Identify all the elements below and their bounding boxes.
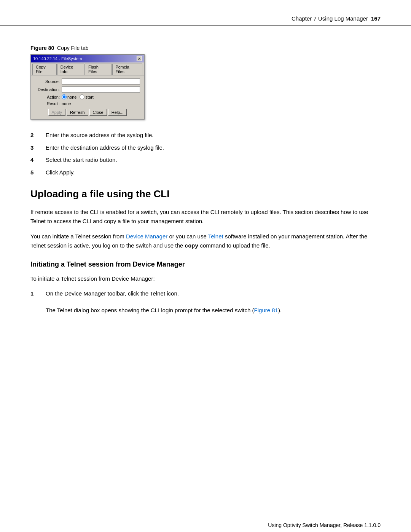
action-label: Action: <box>35 95 60 99</box>
button-row: Apply Refresh Close Help... <box>35 109 140 116</box>
step-5-number: 5 <box>30 168 46 177</box>
main-content: Figure 80 Copy File tab 10.140.22.14 - F… <box>0 26 411 343</box>
step-4-text: Select the start radio button. <box>46 156 381 165</box>
page-header: Chapter 7 Using Log Manager 167 <box>0 0 411 26</box>
subsection-intro: To initiate a Telnet session from Device… <box>30 274 381 283</box>
apply-button[interactable]: Apply <box>48 109 66 116</box>
close-button[interactable]: Close <box>89 109 107 116</box>
device-manager-link[interactable]: Device Manager <box>126 233 167 240</box>
destination-row: Destination: <box>35 86 140 93</box>
section-para-2: You can initiate a Telnet session from D… <box>30 232 381 251</box>
list-item: 2 Enter the source address of the syslog… <box>30 131 381 140</box>
list-item: 4 Select the start radio button. <box>30 156 381 165</box>
step-4-number: 4 <box>30 156 46 165</box>
radio-start-label: start <box>85 95 93 99</box>
telnet-link[interactable]: Telnet <box>208 233 223 240</box>
tab-device-info[interactable]: Device Info <box>57 64 84 75</box>
dialog-tabs: Copy File Device Info Flash Files Pcmcia… <box>31 62 144 75</box>
radio-none[interactable] <box>62 94 67 99</box>
figure-number: Figure 80 <box>30 45 54 51</box>
list-item: 3 Enter the destination address of the s… <box>30 144 381 152</box>
section-heading: Uploading a file using the CLI <box>30 188 381 200</box>
tab-flash-files[interactable]: Flash Files <box>85 64 112 75</box>
sub-step-1-detail: The Telnet dialog box opens showing the … <box>46 306 381 315</box>
source-label: Source: <box>35 79 60 84</box>
source-input[interactable] <box>62 78 140 85</box>
help-button[interactable]: Help... <box>108 109 127 116</box>
dialog-body: Source: Destination: Action: none <box>31 75 144 119</box>
tab-copy-file[interactable]: Copy File <box>32 64 57 75</box>
source-row: Source: <box>35 78 140 85</box>
list-item: 5 Click Apply. <box>30 168 381 177</box>
step-2-text: Enter the source address of the syslog f… <box>46 131 381 140</box>
subsection-steps-list: 1 On the Device Manager toolbar, click t… <box>30 289 381 298</box>
step-3-number: 3 <box>30 144 46 152</box>
result-value: none <box>62 101 71 106</box>
list-item: 1 On the Device Manager toolbar, click t… <box>30 289 381 298</box>
sub-step-1-number: 1 <box>30 289 46 298</box>
header-page-number: 167 <box>371 15 381 22</box>
subsection-heading: Initiating a Telnet session from Device … <box>30 260 381 268</box>
figure-label: Figure 80 Copy File tab <box>30 45 381 51</box>
figure-81-link[interactable]: Figure 81 <box>254 307 278 313</box>
filesystem-dialog: 10.140.22.14 - FileSystem ✕ Copy File De… <box>30 54 145 120</box>
radio-group: none start <box>62 94 94 99</box>
destination-label: Destination: <box>35 87 60 92</box>
steps-list: 2 Enter the source address of the syslog… <box>30 131 381 177</box>
header-chapter-text: Chapter 7 Using Log Manager <box>292 15 368 22</box>
destination-input[interactable] <box>62 86 140 93</box>
page-container: Chapter 7 Using Log Manager 167 Figure 8… <box>0 0 411 532</box>
page-footer: Using Optivity Switch Manager, Release 1… <box>0 518 411 532</box>
step-3-text: Enter the destination address of the sys… <box>46 144 381 152</box>
radio-none-option: none <box>62 94 76 99</box>
dialog-titlebar: 10.140.22.14 - FileSystem ✕ <box>31 55 144 62</box>
radio-start-option: start <box>80 94 93 99</box>
step-2-number: 2 <box>30 131 46 140</box>
dialog-close-button[interactable]: ✕ <box>137 56 142 61</box>
tab-pcmcia-files[interactable]: Pcmcia Files <box>112 64 142 75</box>
radio-start[interactable] <box>80 94 84 99</box>
refresh-button[interactable]: Refresh <box>67 109 88 116</box>
sub-step-1-text: On the Device Manager toolbar, click the… <box>46 289 381 298</box>
step-5-text: Click Apply. <box>46 168 381 177</box>
action-row: Action: none start <box>35 94 140 99</box>
result-row: Result: none <box>35 101 140 106</box>
radio-none-label: none <box>67 95 76 99</box>
dialog-title: 10.140.22.14 - FileSystem <box>33 56 82 61</box>
figure-caption: Copy File tab <box>57 45 88 51</box>
result-label: Result: <box>35 101 60 106</box>
footer-text: Using Optivity Switch Manager, Release 1… <box>268 522 381 528</box>
section-para-1: If remote access to the CLI is enabled f… <box>30 208 381 226</box>
